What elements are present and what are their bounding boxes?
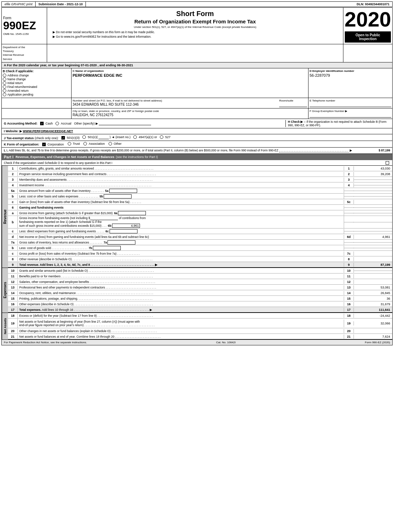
table-row: b Gross income from fundraising events (… <box>8 216 392 228</box>
table-row: 13 Professional fees and other payments … <box>8 285 392 290</box>
formk-label: K Form of organization: <box>4 143 39 146</box>
notice1: ▶ Do not enter social security numbers o… <box>53 30 341 34</box>
table-row: 6 Gaming and fundraising events <box>8 205 392 210</box>
table-row: 10 Grants and similar amounts paid (list… <box>8 268 392 274</box>
table-row: 21 Net assets or fund balances at end of… <box>8 334 392 339</box>
tax-501c[interactable]: 501(c)( ) ◄ (insert no.) <box>82 135 130 139</box>
formk-trust[interactable]: Trust <box>68 142 80 145</box>
part1-label: Part I <box>4 155 14 159</box>
footer-catno: Cat. No. 10642I <box>216 341 236 344</box>
table-row: b Less: cost of goods sold . . . . . . .… <box>8 245 392 251</box>
org-name-label: C Name of organization <box>73 69 307 73</box>
table-row: 16 Other expenses (describe in Schedule … <box>8 301 392 307</box>
dept-info: Department of the Treasury Internal Reve… <box>2 44 47 62</box>
short-form-title: Short Form <box>49 10 341 18</box>
table-row: 17 Total expenses. Add lines 10 through … <box>8 307 392 313</box>
phone-value <box>310 102 391 107</box>
check-initial-return[interactable]: Initial return <box>3 81 70 85</box>
address-value: 3434 EDWARDS MILL RD SUITE 112-346 <box>73 103 278 106</box>
table-row: 9 Total revenue. Add lines 1, 2, 3, 4, 5… <box>8 262 392 268</box>
phone-label: E Telephone number <box>310 99 391 102</box>
group-label: F Group Exemption Number ▶ <box>310 110 391 113</box>
acct-cash[interactable]: Cash <box>40 122 53 125</box>
table-row: c Gain or (loss) from sale of assets oth… <box>8 199 392 205</box>
website-label: I Website: ▶ <box>4 129 22 133</box>
page: efile GRAPHIC print Submission Date - 20… <box>0 0 394 347</box>
group-value <box>310 113 391 118</box>
table-row: c Gross profit or (loss) from sales of i… <box>8 251 392 256</box>
schedule-o-checkbox[interactable] <box>386 161 390 165</box>
table-row: 8 Other revenue (describe in Schedule O)… <box>8 256 392 262</box>
footer-form: Form 990-EZ (2020) <box>365 341 390 344</box>
efile-label: efile GRAPHIC print <box>2 2 36 7</box>
tax-501c3[interactable]: 501(c)(3) <box>61 136 80 140</box>
notice2: ▶ Go to www.irs.gov/Form990EZ for instru… <box>53 35 341 38</box>
table-row: 2 Program service revenue including gove… <box>8 171 392 177</box>
address-label: Number and street (or P.O. box, if mail … <box>73 99 278 102</box>
acct-accrual[interactable]: Accrual <box>55 122 71 125</box>
submission-date: Submission Date - 2021-12-10 <box>36 2 86 7</box>
net-assets-label: Net Assets <box>2 313 8 339</box>
table-row: 20 Other changes in net assets or fund b… <box>8 328 392 334</box>
table-row: d Net income or (loss) from gaming and f… <box>8 234 392 240</box>
check-amended-return[interactable]: Amended return <box>3 89 70 92</box>
city-value: RALEIGH, NC 276124275 <box>73 113 307 117</box>
tax-exempt-note: (check only one): <box>35 136 59 140</box>
table-row: 7a Gross sales of inventory, less return… <box>8 240 392 245</box>
table-row: c Less: direct expenses from gaming and … <box>8 228 392 234</box>
h-text: ○ if the organization is not required to… <box>288 120 386 127</box>
acct-g-label: G Accounting Method: <box>4 122 37 125</box>
footer-paperwork: For Paperwork Reduction Act Notice, see … <box>4 341 87 344</box>
org-name: PERFORMANCE EDGE INC <box>73 73 307 77</box>
expenses-label: Expenses <box>2 268 8 313</box>
dln-number: DLN: 93492344001071 <box>354 2 392 7</box>
table-row: 3 Membership dues and assessments . . . … <box>8 177 392 182</box>
table-row: 1 Contributions, gifts, grants, and simi… <box>8 166 392 171</box>
linel-value: $ 87,199 <box>379 149 390 152</box>
under-section: Under section 501(c), 527, or 4947(a)(1)… <box>49 25 341 29</box>
return-title: Return of Organization Exempt From Incom… <box>49 18 341 24</box>
formk-assoc[interactable]: Association <box>83 142 105 145</box>
room-suite-value <box>279 102 307 107</box>
formk-other[interactable]: Other <box>109 142 122 145</box>
h-label: H Check ▶ <box>288 120 303 123</box>
part1-subtitle: Revenue, Expenses, and Changes in Net As… <box>16 155 114 159</box>
check-address-change[interactable]: Address change <box>3 74 70 77</box>
table-row: b Less: cost or other basis and sales ex… <box>8 194 392 199</box>
city-label: City or town, state or province, country… <box>73 110 307 113</box>
table-row: a Gross income from gaming (attach Sched… <box>8 210 392 216</box>
schedule-o-text: Check if the organization used Schedule … <box>4 161 112 165</box>
ein-value: 56-2287079 <box>310 73 391 77</box>
check-name-change[interactable]: Name change <box>3 77 70 81</box>
table-row: 4 Investment income . . . . . . . . . . … <box>8 182 392 188</box>
footer: For Paperwork Reduction Act Notice, see … <box>1 340 393 345</box>
room-suite-label: Room/suite <box>279 99 307 102</box>
tax-527[interactable]: 527 <box>160 135 170 139</box>
ein-label: D Employer identification number <box>310 69 391 73</box>
linel-text: L L Add lines 5b, 6c, and 7b to line 9 t… <box>4 149 376 152</box>
table-row: 5a Gross amount from sale of assets othe… <box>8 188 392 194</box>
table-row: 18 Excess or (deficit) for the year (Sub… <box>8 313 392 319</box>
tax-4947[interactable]: 4947(a)(1) or <box>133 135 157 139</box>
table-row: 11 Benefits paid to or for members . . .… <box>8 274 392 279</box>
year: 2020 <box>344 9 391 30</box>
tax-exempt-label: J Tax-exempt status <box>4 136 34 140</box>
acct-other: Other (specify) ▶ <box>74 121 151 125</box>
part1-instruction: (see the instructions for Part I) <box>116 155 158 159</box>
form-number: 990EZ <box>3 20 45 31</box>
formk-corp[interactable]: Corporation <box>42 143 64 146</box>
check-application-pending[interactable]: Application pending <box>3 93 70 96</box>
table-row: 12 Salaries, other compensation, and emp… <box>8 279 392 285</box>
revenue-label: Revenue <box>2 166 8 268</box>
table-row: 15 Printing, publications, postage, and … <box>8 296 392 301</box>
omb-number: OMB No. 1545-1150 <box>3 32 45 36</box>
open-to-public: Open to Public Inspection <box>345 31 391 43</box>
website-url[interactable]: WWW.PERFORMANCEEDGE.NET <box>23 129 73 133</box>
check-final-return[interactable]: Final return/terminated <box>3 85 70 89</box>
section-a: A For the 2020 calendar year, or tax yea… <box>1 62 393 68</box>
table-row: 19 Net assets or fund balances at beginn… <box>8 319 392 328</box>
check-applicable-label: B Check if applicable: <box>3 69 70 73</box>
table-row: 14 Occupancy, rent, utilities, and maint… <box>8 290 392 296</box>
